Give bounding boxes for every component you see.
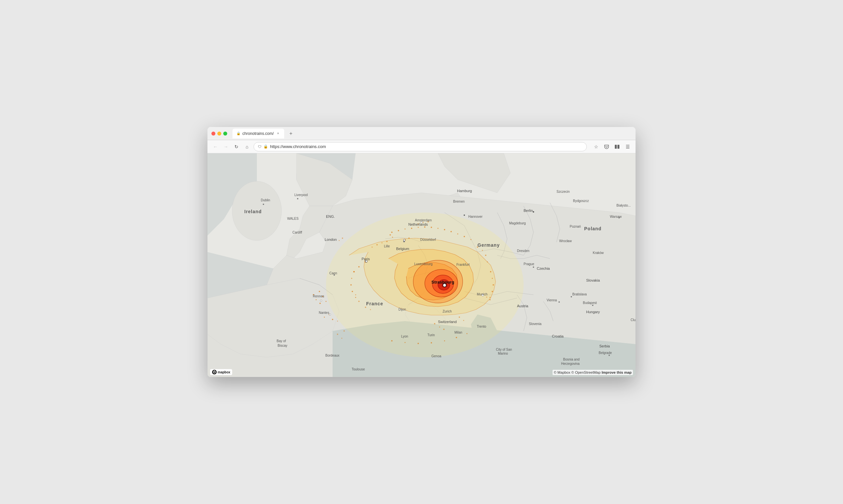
amsterdam-label: Amsterdam xyxy=(415,218,432,222)
svg-point-61 xyxy=(392,237,393,238)
svg-point-12 xyxy=(405,229,406,230)
poznan-label: Poznań xyxy=(570,225,581,228)
bydgoszcz-label: Bydgoszcz xyxy=(573,199,589,203)
menu-button[interactable]: ☰ xyxy=(624,143,632,151)
austria-label: Austria xyxy=(517,304,529,308)
svg-point-74 xyxy=(370,309,371,310)
svg-rect-0 xyxy=(615,145,617,149)
prague-label: Prague xyxy=(523,262,534,266)
svg-point-95 xyxy=(263,204,264,205)
frankfurt-label: Frankfurt xyxy=(457,263,469,267)
budapest-label: Budapest xyxy=(583,301,597,305)
back-button[interactable]: ← xyxy=(211,143,219,151)
reload-button[interactable]: ↻ xyxy=(233,143,240,151)
svg-point-81 xyxy=(337,334,338,335)
lyon-label: Lyon xyxy=(401,335,408,338)
zurich-label: Zurich xyxy=(443,310,452,313)
svg-rect-1 xyxy=(617,145,619,149)
svg-point-98 xyxy=(403,241,405,242)
svg-point-25 xyxy=(417,343,419,344)
trento-label: Trento xyxy=(477,325,486,328)
tab-title: chronotrains.com/ xyxy=(242,131,274,136)
map-attribution: © Mapbox © OpenStreetMap Improve this ma… xyxy=(553,370,633,375)
address-bar[interactable]: 🛡 🔒 https://www.chronotrains.com xyxy=(254,142,587,151)
forward-button[interactable]: → xyxy=(222,143,230,151)
minimize-button[interactable] xyxy=(217,131,221,136)
map-svg: Ireland Dublin Liverpool WALES Cardiff E… xyxy=(207,153,636,377)
svg-point-50 xyxy=(324,317,325,318)
dresden-label: Dresden xyxy=(517,249,530,253)
svg-point-90 xyxy=(464,215,465,216)
bremen-label: Bremen xyxy=(453,200,465,203)
svg-point-46 xyxy=(320,303,321,304)
maximize-button[interactable] xyxy=(223,131,227,136)
svg-point-69 xyxy=(489,299,491,300)
svg-point-27 xyxy=(444,341,445,341)
netherlands-label: Netherlands xyxy=(408,222,428,226)
svg-point-55 xyxy=(386,241,388,242)
cardiff-label: Cardiff xyxy=(292,231,302,234)
svg-point-75 xyxy=(358,301,360,302)
svg-point-31 xyxy=(492,278,493,279)
svg-point-24 xyxy=(405,342,406,343)
svg-point-32 xyxy=(493,284,494,286)
home-button[interactable]: ⌂ xyxy=(243,143,251,151)
svg-point-72 xyxy=(443,329,445,330)
svg-point-54 xyxy=(382,242,383,244)
tab-close-button[interactable]: × xyxy=(276,131,280,136)
svg-point-71 xyxy=(439,327,440,328)
svg-point-14 xyxy=(418,227,419,228)
bratislava-label: Bratislava xyxy=(572,292,587,296)
reader-view-button[interactable] xyxy=(613,143,621,151)
svg-point-96 xyxy=(297,198,298,199)
lille-label: Lille xyxy=(384,245,390,248)
svg-point-77 xyxy=(459,317,460,318)
wroclaw-label: Wrocław xyxy=(559,239,572,243)
dijon-label: Dijon xyxy=(398,308,406,311)
close-button[interactable] xyxy=(211,131,216,136)
krakow-label: Kraków xyxy=(593,251,604,255)
svg-point-70 xyxy=(434,323,435,324)
mapbox-text: mapbox xyxy=(218,371,230,374)
belgrade-label: Belgrade xyxy=(599,351,612,355)
bosnia-label: Bosnia and xyxy=(563,358,580,361)
svg-point-16 xyxy=(431,227,432,228)
hannover-label: Hannover xyxy=(468,215,483,218)
svg-point-92 xyxy=(321,300,322,302)
svg-point-33 xyxy=(492,291,493,292)
pocket-button[interactable] xyxy=(603,143,610,151)
toulouse-label: Toulouse xyxy=(352,367,365,371)
svg-point-11 xyxy=(398,230,399,231)
svg-text:Herzegovina: Herzegovina xyxy=(561,362,580,365)
bookmark-button[interactable]: ☆ xyxy=(592,143,600,151)
liverpool-label: Liverpool xyxy=(294,193,308,197)
attribution-text: © Mapbox © OpenStreetMap xyxy=(554,371,602,374)
turin-label: Turin xyxy=(427,333,435,337)
svg-point-13 xyxy=(411,228,412,229)
caen-label: Caen xyxy=(329,271,337,275)
svg-point-93 xyxy=(329,314,331,316)
milan-label: Milan xyxy=(454,331,462,334)
svg-point-34 xyxy=(490,297,491,298)
svg-point-82 xyxy=(342,338,343,339)
improve-map-link[interactable]: Improve this map xyxy=(602,371,632,374)
rennes-label: Rennes xyxy=(313,294,324,298)
slovakia-label: Slovakia xyxy=(586,278,600,282)
browser-tab[interactable]: 🔒 chronotrains.com/ × xyxy=(233,129,284,139)
svg-point-15 xyxy=(424,226,426,228)
svg-point-103 xyxy=(558,301,560,303)
new-tab-button[interactable]: + xyxy=(287,130,295,138)
bordeaux-label: Bordeaux xyxy=(325,354,340,357)
luxembourg-label: Luxembourg xyxy=(414,262,433,266)
svg-point-58 xyxy=(485,255,486,256)
mapbox-logo: mapbox xyxy=(210,369,232,375)
svg-text:Biscay: Biscay xyxy=(278,344,287,347)
svg-point-97 xyxy=(533,211,534,213)
traffic-lights xyxy=(211,131,227,136)
belgium-label: Belgium xyxy=(396,247,409,251)
map-container[interactable]: Ireland Dublin Liverpool WALES Cardiff E… xyxy=(207,153,636,377)
svg-point-112 xyxy=(214,371,215,372)
svg-point-45 xyxy=(326,301,327,302)
svg-point-23 xyxy=(391,340,393,341)
svg-point-79 xyxy=(339,240,340,241)
